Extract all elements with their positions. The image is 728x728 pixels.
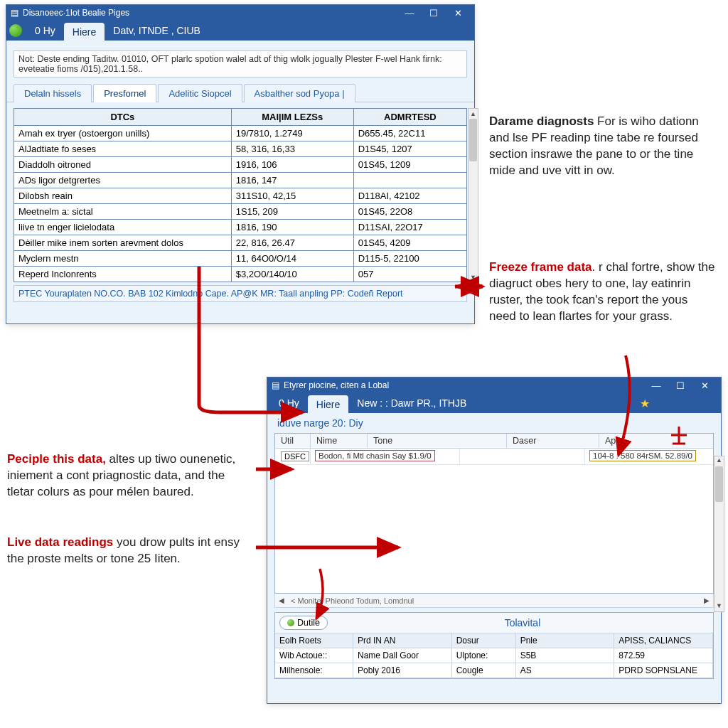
vscrollbar-w2[interactable]: ▲ ▼: [714, 456, 724, 612]
window-title-w2: Etyrer piocine, citen a Lobal: [284, 380, 389, 390]
table-cell: 22, 816, 26.47: [231, 235, 353, 251]
table-cell: 58, 316, 16,33: [231, 141, 353, 157]
tab-delaln[interactable]: Delaln hissels: [14, 84, 92, 102]
kv-r2c3: Ulptone:: [452, 648, 516, 663]
hscrollbar-w2[interactable]: ◀ < Monite: Phieond Todum, Lomdnul ▶: [274, 594, 714, 608]
table-row[interactable]: Myclern mestn11, 64O0/O/14D115-5, 22100: [14, 251, 467, 267]
kv-r1c4: Pnle: [516, 633, 615, 648]
dutile-button[interactable]: Dutile: [279, 616, 328, 630]
star-icon[interactable]: ★: [640, 397, 650, 410]
col-nime[interactable]: Nime: [311, 434, 368, 448]
live-grid: Util Nime Tone Daser Ap DSFC Bodon, fi M…: [274, 433, 714, 594]
kv-r1c2: Prd IN AN: [353, 633, 452, 648]
ap-input[interactable]: 104-8 . 580 84rSM. 52.89/0: [589, 450, 696, 461]
table-row[interactable]: Amah ex tryer (ostoergon unills)19/7810,…: [14, 126, 467, 141]
scroll-down-icon[interactable]: ▼: [469, 272, 478, 282]
hsbar-text: < Monite: Phieond Todum, Lomdnul: [291, 596, 414, 605]
orb-icon[interactable]: [9, 24, 22, 37]
table-cell: D655.45, 22C11: [353, 126, 466, 141]
table-cell: 01S45, 22O8: [353, 204, 466, 220]
col-admrtesd[interactable]: ADMRTESD: [353, 109, 466, 126]
hscroll-left-icon[interactable]: ◀: [275, 594, 288, 607]
kv-r3c2: Pobly 2016: [353, 663, 452, 678]
maximize-button-w2[interactable]: ☐: [668, 378, 692, 393]
window-diagnostics: ▤ Disanoeec·1Iot Bealie Piges — ☐ ✕ 0 Hy…: [6, 4, 475, 324]
table-cell: [353, 173, 466, 188]
table-row[interactable]: AlJadtiate fo seses58, 316, 16,33D1S45, …: [14, 141, 467, 157]
table-cell: D11SAI, 22O17: [353, 220, 466, 235]
note-bar: Not: Deste ending Taditw. 01010, OFT pla…: [14, 50, 467, 77]
table-cell: 311S10, 42,15: [231, 188, 353, 204]
menu-hiere-w2[interactable]: Hiere: [308, 395, 348, 413]
menubar-w1: 0 Hy Hiere Datv, ITNDE , CIUB: [6, 21, 474, 41]
menu-hiere-w1[interactable]: Hiere: [64, 23, 105, 41]
table-row[interactable]: Meetnelm a: sictal1S15, 20901S45, 22O8: [14, 204, 467, 220]
table-cell: D115-5, 22100: [353, 251, 466, 267]
table-row[interactable]: Reperd Inclonrents$3,2O0/140/10057: [14, 267, 467, 282]
close-button-w1[interactable]: ✕: [446, 5, 470, 21]
menu-new-w2[interactable]: New : : Dawr PR., ITHJB: [348, 393, 475, 413]
scroll-down-icon-w2[interactable]: ▼: [714, 602, 724, 611]
scroll-up-icon-w2[interactable]: ▲: [714, 456, 724, 466]
scroll-thumb-w1[interactable]: [469, 119, 477, 161]
tab-asbalther[interactable]: Asbalther sod Pyopa |: [244, 84, 355, 102]
kv-r2c2: Name Dall Goor: [353, 648, 452, 663]
live-row[interactable]: DSFC Bodon, fi Mtl chasin Say $1.9/0 104…: [275, 449, 713, 465]
maximize-button-w1[interactable]: ☐: [422, 5, 446, 21]
col-ap[interactable]: Ap: [599, 434, 713, 448]
anno2-red: Freeze frame data: [489, 260, 592, 274]
menu-ohy-w1[interactable]: 0 Hy: [26, 21, 64, 41]
tab-adelitic[interactable]: Adelitic Siopcel: [158, 84, 242, 102]
scroll-up-icon[interactable]: ▲: [469, 109, 478, 118]
table-cell: 1S15, 209: [231, 204, 353, 220]
table-row[interactable]: Dèiller mike inem sorten arevment dolos2…: [14, 235, 467, 251]
window-icon-w2: ▤: [272, 380, 279, 390]
anno1-bold: Darame diagnosts: [489, 114, 594, 128]
col-util[interactable]: Util: [275, 434, 311, 448]
col-tone[interactable]: Tone: [368, 434, 507, 448]
vscrollbar-w1[interactable]: ▲ ▼: [468, 108, 478, 282]
close-button-w2[interactable]: ✕: [692, 378, 717, 393]
kv-r3c3: Cougle: [452, 663, 516, 678]
table-cell: Meetnelm a: sictal: [14, 204, 232, 220]
menu-datv-w1[interactable]: Datv, ITNDE , CIUB: [105, 21, 209, 41]
kv-grid: Eolh Roets Prd IN AN Dosur Pnle APISS, C…: [275, 633, 713, 678]
dsfc-badge[interactable]: DSFC: [281, 451, 309, 461]
table-cell: Diaddolh oitroned: [14, 157, 232, 173]
anno3-red: Peciple this data,: [7, 452, 106, 466]
window-icon: ▤: [11, 8, 18, 18]
dtc-table: DTCs MAI|IM LEZSs ADMRTESD Amah ex tryer…: [14, 108, 467, 282]
minimize-button-w2[interactable]: —: [644, 378, 668, 393]
col-dtcs[interactable]: DTCs: [14, 109, 232, 126]
table-cell: ADs ligor detgrertes: [14, 173, 232, 188]
table-row[interactable]: liive tn enger licielodata1816, 190D11SA…: [14, 220, 467, 235]
col-daser[interactable]: Daser: [507, 434, 599, 448]
col-mailm[interactable]: MAI|IM LEZSs: [231, 109, 353, 126]
kv-r1c5: APISS, CALIANCS: [614, 633, 713, 648]
kv-r2c5: 872.59: [614, 648, 713, 663]
table-cell: 1816, 190: [231, 220, 353, 235]
table-cell: D1S45, 1207: [353, 141, 466, 157]
tabstrip: Delaln hissels Presfornel Adelitic Siopc…: [6, 83, 474, 102]
minimize-button-w1[interactable]: —: [397, 5, 422, 21]
kv-r2c4: S5B: [516, 648, 615, 663]
statusbar-w1: PTEC Youraplaten NO.CO. BAB 102 Kimlodno…: [14, 285, 467, 302]
menu-ohy-w2[interactable]: 0 Hy: [270, 393, 308, 413]
kv-r3c5: PDRD SOPNSLANE: [614, 663, 713, 678]
table-row[interactable]: ADs ligor detgrertes1816, 147: [14, 173, 467, 188]
table-row[interactable]: Diaddolh oitroned1916, 10601S45, 1209: [14, 157, 467, 173]
hscroll-right-icon[interactable]: ▶: [700, 594, 713, 607]
tab-presfornel[interactable]: Presfornel: [93, 84, 156, 102]
table-cell: 01S45, 1209: [353, 157, 466, 173]
green-dot-icon: [287, 619, 294, 626]
titlebar-w2: ▤ Etyrer piocine, citen a Lobal — ☐ ✕: [267, 378, 721, 393]
window-live: ▤ Etyrer piocine, citen a Lobal — ☐ ✕ 0 …: [267, 377, 722, 704]
tolavital-label: Tolavital: [332, 617, 713, 628]
scroll-thumb-w2[interactable]: [715, 466, 723, 502]
table-cell: Dilobsh reain: [14, 188, 232, 204]
blank-area: [275, 465, 713, 593]
window-title-w1: Disanoeec·1Iot Bealie Piges: [23, 8, 129, 18]
table-row[interactable]: Dilobsh reain311S10, 42,15D118AI, 42102: [14, 188, 467, 204]
anno4-red: Live data readings: [7, 535, 113, 549]
nime-input[interactable]: Bodon, fi Mtl chasin Say $1.9/0: [315, 450, 435, 461]
